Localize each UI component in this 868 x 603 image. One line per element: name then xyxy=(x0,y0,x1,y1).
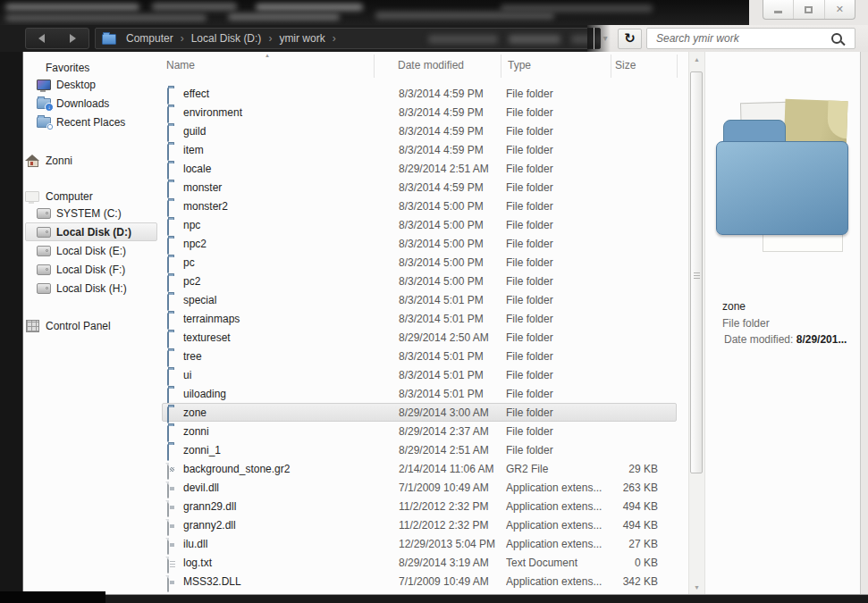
sidebar-item-downloads[interactable]: Downloads xyxy=(25,94,157,113)
sidebar-item-desktop[interactable]: Desktop xyxy=(25,75,157,94)
sidebar-item-local-disk-f-[interactable]: Local Disk (F:) xyxy=(25,260,157,279)
home-icon xyxy=(25,154,39,168)
sidebar-item-local-disk-d-[interactable]: Local Disk (D:) xyxy=(25,222,157,241)
scrollbar-thumb[interactable] xyxy=(690,71,703,473)
file-row[interactable]: MSS32.DLL 7/1/2009 10:49 AM Application … xyxy=(162,572,677,590)
sidebar-item-recent-places[interactable]: Recent Places xyxy=(25,113,157,131)
sidebar-item-zonni[interactable]: Zonni xyxy=(23,151,161,170)
sidebar-item-system-c-[interactable]: SYSTEM (C:) xyxy=(25,204,157,222)
breadcrumb-segment[interactable]: Computer xyxy=(124,32,175,45)
window-edge xyxy=(860,52,868,595)
file-row[interactable]: granny2.dll 11/2/2012 2:32 PM Applicatio… xyxy=(162,515,677,534)
close-icon: ✕ xyxy=(836,4,844,14)
file-date-modified: 8/29/2014 2:50 AM xyxy=(399,329,501,348)
breadcrumb-segments: Computer › Local Disk (D:) › ymir work › xyxy=(124,32,341,45)
file-date-modified: 11/2/2012 2:32 PM xyxy=(399,516,501,535)
sidebar-item-local-disk-e-[interactable]: Local Disk (E:) xyxy=(25,241,157,260)
file-row[interactable]: npc 8/3/2014 5:00 PM File folder xyxy=(162,215,677,234)
file-date-modified: 8/3/2014 4:59 PM xyxy=(399,104,501,122)
file-row[interactable]: ilu.dll 12/29/2013 5:04 PM Application e… xyxy=(162,534,677,553)
sidebar-item-computer[interactable]: Computer xyxy=(23,188,161,204)
vertical-scrollbar[interactable]: ▲ ▼ xyxy=(688,52,704,595)
file-name: terrainmaps xyxy=(183,310,389,329)
file-date-modified: 8/29/2014 2:37 AM xyxy=(399,423,501,441)
close-button[interactable]: ✕ xyxy=(825,0,855,19)
file-row[interactable]: tree 8/3/2014 5:01 PM File folder xyxy=(162,347,677,365)
file-name: special xyxy=(183,291,389,310)
file-row[interactable]: environment 8/3/2014 4:59 PM File folder xyxy=(162,103,677,121)
breadcrumb-chevron-icon[interactable]: › xyxy=(327,32,341,45)
folder-front-icon xyxy=(716,141,848,235)
file-size xyxy=(595,423,658,441)
title-bar xyxy=(0,0,868,25)
address-dropdown-button[interactable]: ▾ xyxy=(597,28,613,49)
file-row[interactable]: pc2 8/3/2014 5:00 PM File folder xyxy=(162,272,677,290)
window-controls: ✕ xyxy=(763,0,855,20)
refresh-icon: ↻ xyxy=(624,30,636,46)
forward-button[interactable] xyxy=(70,34,76,43)
navigation-buttons xyxy=(25,28,89,49)
sidebar-item-label: Local Disk (F:) xyxy=(56,264,125,276)
file-row[interactable]: special 8/3/2014 5:01 PM File folder xyxy=(162,290,677,309)
file-size xyxy=(595,216,658,235)
search-input[interactable] xyxy=(649,29,835,47)
file-row[interactable]: log.txt 8/29/2014 3:19 AM Text Document … xyxy=(162,553,677,572)
file-name: monster2 xyxy=(183,197,389,216)
file-row[interactable]: background_stone.gr2 2/14/2014 11:06 AM … xyxy=(162,459,677,478)
sidebar-group-label: Zonni xyxy=(46,155,72,167)
file-size xyxy=(595,85,658,104)
file-name: textureset xyxy=(183,329,389,348)
file-row[interactable]: locale 8/29/2014 2:51 AM File folder xyxy=(162,159,677,178)
breadcrumb-chevron-icon[interactable]: › xyxy=(263,32,277,45)
redacted-blob xyxy=(509,35,560,44)
breadcrumb-chevron-icon[interactable]: › xyxy=(175,32,190,45)
sidebar-item-label: Recent Places xyxy=(56,116,125,129)
file-row[interactable]: ui 8/3/2014 5:01 PM File folder xyxy=(162,365,677,384)
breadcrumb[interactable]: Computer › Local Disk (D:) › ymir work › xyxy=(95,28,601,49)
file-row[interactable]: zone 8/29/2014 3:00 AM File folder xyxy=(162,403,677,422)
file-size: 342 KB xyxy=(595,573,658,591)
window-bottom-edge xyxy=(0,595,868,603)
scroll-up-button[interactable]: ▲ xyxy=(689,52,704,67)
sidebar-item-local-disk-h-[interactable]: Local Disk (H:) xyxy=(25,279,157,297)
file-date-modified: 8/29/2014 3:00 AM xyxy=(399,404,501,423)
preview-date-label: Date modified: xyxy=(724,333,793,346)
file-row[interactable]: pc 8/3/2014 5:00 PM File folder xyxy=(162,253,677,272)
file-type: File folder xyxy=(506,366,609,385)
file-type: File folder xyxy=(506,385,609,404)
sidebar-item-control-panel[interactable]: Control Panel xyxy=(23,316,161,335)
file-row[interactable]: monster2 8/3/2014 5:00 PM File folder xyxy=(162,197,677,215)
window-left-edge xyxy=(0,52,23,603)
file-row[interactable]: effect 8/3/2014 4:59 PM File folder xyxy=(162,84,677,103)
file-size xyxy=(595,141,658,160)
desktop-icon xyxy=(37,78,51,92)
file-size xyxy=(595,329,658,348)
file-row[interactable]: terrainmaps 8/3/2014 5:01 PM File folder xyxy=(162,309,677,328)
breadcrumb-segment[interactable]: Local Disk (D:) xyxy=(190,32,264,45)
file-date-modified: 8/3/2014 5:01 PM xyxy=(399,385,501,404)
file-row[interactable]: uiloading 8/3/2014 5:01 PM File folder xyxy=(162,384,677,403)
file-row[interactable]: monster 8/3/2014 4:59 PM File folder xyxy=(162,178,677,197)
file-row[interactable]: devil.dll 7/1/2009 10:49 AM Application … xyxy=(162,478,677,497)
back-button[interactable] xyxy=(38,34,45,43)
file-type: File folder xyxy=(506,329,609,348)
refresh-button[interactable]: ↻ xyxy=(618,29,642,49)
drive-icon xyxy=(37,281,51,296)
file-row[interactable]: textureset 8/29/2014 2:50 AM File folder xyxy=(162,328,677,347)
minimize-button[interactable] xyxy=(763,0,794,19)
file-row[interactable]: zonni 8/29/2014 2:37 AM File folder xyxy=(162,422,677,440)
scroll-down-button[interactable]: ▼ xyxy=(689,580,704,595)
file-row[interactable]: zonni_1 8/29/2014 2:51 AM File folder xyxy=(162,440,677,459)
search-box xyxy=(646,28,855,49)
file-type: File folder xyxy=(506,272,609,291)
file-row[interactable]: item 8/3/2014 4:59 PM File folder xyxy=(162,140,677,159)
maximize-button[interactable] xyxy=(794,0,824,19)
sidebar-item-favorites[interactable]: Favorites xyxy=(23,60,161,75)
recent-icon xyxy=(37,115,51,130)
file-row[interactable]: guild 8/3/2014 4:59 PM File folder xyxy=(162,121,677,140)
file-row[interactable]: grann29.dll 11/2/2012 2:32 PM Applicatio… xyxy=(162,497,677,515)
file-row[interactable]: npc2 8/3/2014 5:00 PM File folder xyxy=(162,234,677,253)
sidebar-group: Favorites Desktop Downloads Recent Place… xyxy=(23,60,161,131)
drive-icon xyxy=(37,225,51,239)
breadcrumb-segment[interactable]: ymir work xyxy=(277,32,326,45)
